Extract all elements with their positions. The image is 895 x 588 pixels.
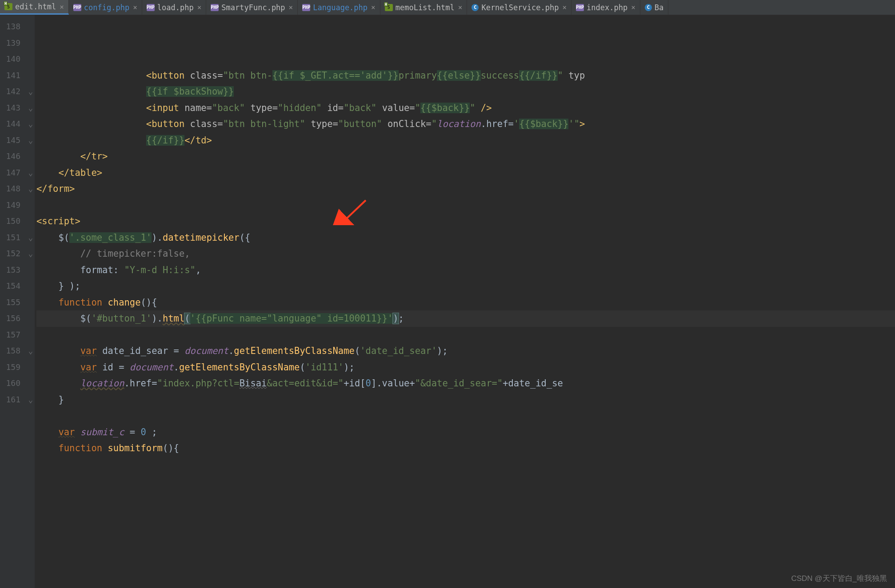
close-icon[interactable]: × — [561, 3, 567, 12]
code-line[interactable]: <button class="btn btn-{{if $_GET.act=='… — [36, 68, 895, 84]
html-file-icon — [4, 3, 12, 10]
line-number: 140 — [4, 51, 20, 68]
tab-config-php[interactable]: PHPconfig.php× — [69, 0, 142, 15]
code-line[interactable]: var date_id_sear = document.getElementsB… — [36, 343, 895, 359]
code-line[interactable]: // timepicker:false, — [36, 246, 895, 262]
close-icon[interactable]: × — [59, 3, 64, 11]
code-content[interactable]: <button class="btn btn-{{if $_GET.act=='… — [35, 15, 895, 588]
close-icon[interactable]: × — [196, 3, 202, 12]
tab-label: config.php — [84, 3, 129, 12]
line-number: 152 — [4, 246, 20, 262]
fold-toggle — [27, 262, 35, 278]
line-number: 143 — [4, 100, 20, 116]
code-line[interactable]: var id = document.getElementsByClassName… — [36, 359, 895, 376]
fold-toggle[interactable]: ⌄ — [27, 132, 35, 149]
tab-label: KernelService.php — [481, 3, 559, 12]
fold-toggle[interactable]: ⌄ — [27, 246, 35, 262]
code-line[interactable]: {{/if}}</td> — [36, 132, 895, 149]
fold-toggle — [27, 19, 35, 35]
fold-toggle[interactable]: ⌄ — [27, 181, 35, 197]
tab-label: edit.html — [15, 2, 56, 11]
code-line[interactable]: var submit_c = 0 ; — [36, 424, 895, 441]
php-file-icon: PHP — [211, 4, 219, 11]
close-icon[interactable]: × — [132, 3, 137, 12]
code-line[interactable]: </form> — [36, 181, 895, 197]
php-file-icon: PHP — [73, 4, 81, 11]
line-number: 158 — [4, 343, 20, 359]
line-number: 142 — [4, 83, 20, 100]
code-line[interactable]: function submitform(){ — [36, 440, 895, 457]
line-number: 141 — [4, 68, 20, 84]
fold-toggle[interactable]: ⌄ — [27, 116, 35, 132]
tab-index-php[interactable]: PHPindex.php× — [571, 0, 640, 15]
code-line[interactable]: </tr> — [36, 148, 895, 165]
tab-KernelService-php[interactable]: CKernelService.php× — [467, 0, 571, 15]
line-number-gutter: 1381391401411421431441451461471481491501… — [0, 15, 27, 588]
tab-edit-html[interactable]: edit.html× — [0, 0, 69, 15]
php-file-icon: PHP — [302, 4, 310, 11]
line-number: 160 — [4, 375, 20, 392]
fold-toggle[interactable]: ⌄ — [27, 392, 35, 408]
code-line[interactable]: location.href="index.php?ctl=Bisai&act=e… — [36, 375, 895, 392]
code-line[interactable]: $('.some_class_1').datetimepicker({ — [36, 230, 895, 246]
code-line[interactable]: format: "Y-m-d H:i:s", — [36, 262, 895, 278]
code-line[interactable]: <script> — [36, 213, 895, 230]
html-file-icon — [385, 4, 393, 11]
tab-label: Language.php — [313, 3, 368, 12]
line-number: 148 — [4, 181, 20, 197]
class-file-icon: C — [471, 4, 479, 11]
close-icon[interactable]: × — [457, 3, 463, 12]
line-number: 144 — [4, 116, 20, 132]
fold-toggle[interactable]: ⌄ — [27, 230, 35, 246]
watermark: CSDN @天下皆白_唯我独黑 — [791, 573, 887, 584]
fold-toggle — [27, 327, 35, 343]
tab-label: index.php — [587, 3, 627, 12]
code-line[interactable]: $('#button_1').html('{{pFunc name="langu… — [36, 310, 895, 327]
class-file-icon: C — [645, 4, 652, 11]
fold-toggle — [27, 359, 35, 376]
code-line[interactable] — [36, 197, 895, 214]
fold-toggle[interactable]: ⌄ — [27, 100, 35, 116]
line-number: 145 — [4, 132, 20, 149]
fold-toggle — [27, 278, 35, 294]
line-number: 146 — [4, 148, 20, 165]
tab-label: memoList.html — [396, 3, 455, 12]
tab-Language-php[interactable]: PHPLanguage.php× — [298, 0, 380, 15]
tab-Ba[interactable]: CBa — [640, 0, 668, 15]
line-number: 138 — [4, 19, 20, 35]
code-line[interactable]: } ); — [36, 278, 895, 294]
fold-toggle[interactable]: ⌄ — [27, 343, 35, 359]
fold-toggle — [27, 35, 35, 52]
code-line[interactable] — [36, 408, 895, 424]
code-line[interactable]: </table> — [36, 165, 895, 181]
close-icon[interactable]: × — [288, 3, 293, 12]
tab-label: Ba — [655, 3, 663, 12]
code-line[interactable]: function change(){ — [36, 294, 895, 311]
code-line[interactable]: <button class="btn btn-light" type="butt… — [36, 116, 895, 132]
close-icon[interactable]: × — [630, 3, 635, 12]
code-line[interactable]: {{if $backShow}} — [36, 83, 895, 100]
code-line[interactable] — [36, 327, 895, 343]
editor-area: 1381391401411421431441451461471481491501… — [0, 15, 895, 588]
fold-toggle[interactable]: ⌄ — [27, 165, 35, 181]
fold-toggle — [27, 197, 35, 214]
tab-label: SmartyFunc.php — [221, 3, 285, 12]
line-number: 155 — [4, 294, 20, 311]
line-number: 153 — [4, 262, 20, 278]
line-number: 156 — [4, 310, 20, 327]
code-line[interactable]: } — [36, 392, 895, 408]
fold-toggle[interactable]: ⌄ — [27, 83, 35, 100]
line-number: 139 — [4, 35, 20, 52]
close-icon[interactable]: × — [370, 3, 376, 12]
fold-toggle — [27, 148, 35, 165]
line-number: 150 — [4, 213, 20, 230]
fold-toggle — [27, 51, 35, 68]
fold-gutter: ⌄⌄⌄⌄⌄⌄⌄⌄⌄⌄ — [27, 15, 35, 588]
line-number: 149 — [4, 197, 20, 214]
tab-SmartyFunc-php[interactable]: PHPSmartyFunc.php× — [206, 0, 298, 15]
tab-memoList-html[interactable]: memoList.html× — [380, 0, 467, 15]
fold-toggle — [27, 294, 35, 311]
code-line[interactable]: <input name="back" type="hidden" id="bac… — [36, 100, 895, 116]
php-file-icon: PHP — [576, 4, 584, 11]
tab-load-php[interactable]: PHPload.php× — [142, 0, 207, 15]
